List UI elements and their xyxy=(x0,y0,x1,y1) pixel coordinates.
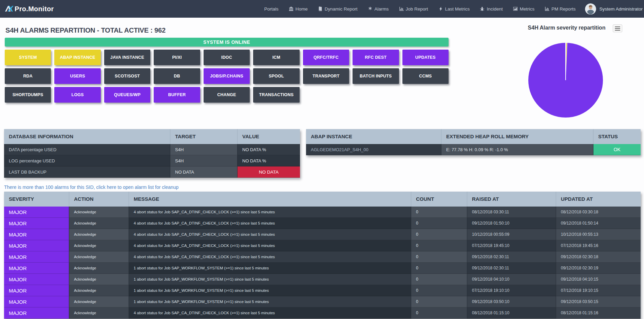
category-button-spool[interactable]: SPOOL xyxy=(253,68,299,84)
acknowledge-action[interactable]: Acknowledge xyxy=(69,307,129,319)
count-cell: 0 xyxy=(411,263,467,274)
category-button-change[interactable]: CHANGE xyxy=(204,87,250,103)
raised-at-cell: 08/12/2018 03:30:11 xyxy=(467,207,556,218)
message-cell: 4 abort status for Job SAP_CA_DTINF_CHEC… xyxy=(129,240,411,251)
alarm-row: MAJOR Acknowledge 4 abort status for Job… xyxy=(4,251,641,263)
updated-at-cell: 09/12/2018 04:10:15 xyxy=(556,274,641,285)
message-cell: 1 abort status for Job SAP_WORKFLOW_SYST… xyxy=(129,274,411,285)
raised-at-cell: 10/12/2018 00:55:09 xyxy=(467,229,556,240)
category-button-ccms[interactable]: CCMS xyxy=(402,68,449,84)
alarm-row: MAJOR Acknowledge 1 abort status for Job… xyxy=(4,263,641,274)
home-icon xyxy=(289,6,293,11)
raised-at-cell: 09/12/2018 04:10:10 xyxy=(467,274,556,285)
alarm-row: MAJOR Acknowledge 1 abort status for Job… xyxy=(4,285,641,296)
category-button-qrfc-trfc[interactable]: QRFC/TRFC xyxy=(303,50,349,65)
category-button-system[interactable]: SYSTEM xyxy=(5,50,51,65)
alarms-icon xyxy=(368,6,373,11)
nav-item-portals[interactable]: Portals xyxy=(264,6,279,12)
acknowledge-action[interactable]: Acknowledge xyxy=(69,296,129,307)
category-button-pi-xi[interactable]: PI/XI xyxy=(154,50,200,65)
category-button-batch-inputs[interactable]: BATCH INPUTS xyxy=(353,68,399,84)
db-target-cell: NO DATA xyxy=(170,166,238,178)
severity-cell: MAJOR xyxy=(4,229,69,240)
category-button-queues-wp[interactable]: QUEUES/WP xyxy=(104,87,150,103)
dashboard-page: ΛX Pro.Monitor Portals Home Dynamic Repo… xyxy=(0,0,644,319)
category-button-updates[interactable]: UPDATES xyxy=(402,50,449,65)
category-button-jobs-p-chains[interactable]: JOBS/P.CHAINS xyxy=(204,68,250,84)
system-status-banner: SYSTEM IS ONLINE xyxy=(5,38,449,47)
db-metric-cell: LAST DB BACKUP xyxy=(4,166,170,178)
chart-export-menu-icon[interactable] xyxy=(613,24,622,32)
db-metric-cell: DATA percentage USED xyxy=(4,144,170,155)
nav-item-incident[interactable]: Incident xyxy=(480,6,503,12)
category-button-transport[interactable]: TRANSPORT xyxy=(303,68,349,84)
updated-at-cell: 07/12/2018 19:10:15 xyxy=(556,285,641,296)
nav-item-alarms[interactable]: Alarms xyxy=(368,6,389,12)
category-button-logs[interactable]: LOGS xyxy=(54,87,100,103)
raised-at-cell: 09/12/2018 03:50:10 xyxy=(467,296,556,307)
category-button-rfc-dest[interactable]: RFC DEST xyxy=(353,50,399,65)
db-target-cell: S4H xyxy=(170,144,238,155)
nav-item-job-report[interactable]: Job Report xyxy=(399,6,428,12)
nav-item-metrics[interactable]: Metrics xyxy=(513,6,535,12)
acknowledge-action[interactable]: Acknowledge xyxy=(69,229,129,240)
count-cell: 0 xyxy=(411,229,467,240)
nav-item-pm-reports[interactable]: PM Reports xyxy=(545,6,575,12)
db-row: DATA percentage USED S4H NO DATA % xyxy=(4,144,300,155)
category-button-users[interactable]: USERS xyxy=(54,68,100,84)
acknowledge-action[interactable]: Acknowledge xyxy=(69,240,129,251)
acknowledge-action[interactable]: Acknowledge xyxy=(69,263,129,274)
metrics-icon xyxy=(513,6,518,11)
count-cell: 0 xyxy=(411,307,467,319)
category-button-icm[interactable]: ICM xyxy=(253,50,299,65)
alarm-row: MAJOR Acknowledge 4 abort status for Job… xyxy=(4,307,641,319)
database-info-body: DATA percentage USED S4H NO DATA % LOG p… xyxy=(4,144,300,178)
severity-cell: MAJOR xyxy=(4,263,69,274)
acknowledge-action[interactable]: Acknowledge xyxy=(69,218,129,229)
user-name: System Administrator xyxy=(599,6,643,12)
category-button-transactions[interactable]: TRANSACTIONS xyxy=(253,87,299,103)
abap-instance-header: ABAP INSTANCE EXTENDED HEAP ROLL MEMORY … xyxy=(306,129,641,144)
category-button-grid: SYSTEMABAP INSTANCEJAVA INSTANCEPI/XIIDO… xyxy=(5,50,449,103)
category-button-abap-instance[interactable]: ABAP INSTANCE xyxy=(54,50,100,65)
db-row: LAST DB BACKUP NO DATA NO DATA xyxy=(4,166,300,178)
acknowledge-action[interactable]: Acknowledge xyxy=(69,207,129,218)
alarm-row: MAJOR Acknowledge 1 abort status for Job… xyxy=(4,274,641,285)
updated-at-cell: 08/12/2018 03:30:18 xyxy=(556,207,641,218)
alarm-cleanup-link[interactable]: There is more than 100 alarms for this S… xyxy=(4,184,178,190)
nav-item-last-metrics[interactable]: Last Metrics xyxy=(438,6,470,12)
top-navbar: ΛX Pro.Monitor Portals Home Dynamic Repo… xyxy=(0,0,644,18)
db-value-cell: NO DATA xyxy=(238,166,300,178)
app-logo[interactable]: ΛX Pro.Monitor xyxy=(5,4,54,14)
category-button-db[interactable]: DB xyxy=(154,68,200,84)
alarms-table-body: MAJOR Acknowledge 4 abort status for Job… xyxy=(4,207,641,319)
acknowledge-action[interactable]: Acknowledge xyxy=(69,251,129,263)
db-value-cell: NO DATA % xyxy=(238,144,300,155)
severity-chart-title: S4H Alarm severity repartition xyxy=(523,25,611,31)
category-button-shortdumps[interactable]: SHORTDUMPS xyxy=(5,87,51,103)
alarm-row: MAJOR Acknowledge 4 abort status for Job… xyxy=(4,240,641,251)
raised-at-cell: 09/12/2018 01:50:10 xyxy=(467,218,556,229)
category-button-rda[interactable]: RDA xyxy=(5,68,51,84)
category-button-java-instance[interactable]: JAVA INSTANCE xyxy=(104,50,150,65)
count-cell: 0 xyxy=(411,296,467,307)
nav-item-dynamic-report[interactable]: Dynamic Report xyxy=(318,6,358,12)
count-cell: 0 xyxy=(411,274,467,285)
page-title: S4H ALARMS REPARTITION - TOTAL ACTIVE : … xyxy=(5,26,166,34)
category-button-idoc[interactable]: IDOC xyxy=(204,50,250,65)
acknowledge-action[interactable]: Acknowledge xyxy=(69,285,129,296)
updated-at-cell: 07/12/2018 19:45:16 xyxy=(556,240,641,251)
category-button-buffer[interactable]: BUFFER xyxy=(154,87,200,103)
last-metrics-icon xyxy=(438,6,443,11)
user-menu[interactable]: System Administrator xyxy=(585,3,643,15)
message-cell: 1 abort status for Job SAP_WORKFLOW_SYST… xyxy=(129,285,411,296)
severity-pie-chart xyxy=(528,42,604,118)
category-button-scot-sost[interactable]: SCOT/SOST xyxy=(104,68,150,84)
message-cell: 4 abort status for Job SAP_CA_DTINF_CHEC… xyxy=(129,207,411,218)
updated-at-cell: 08/12/2018 01:15:16 xyxy=(556,307,641,319)
db-target-cell: S4H xyxy=(170,155,238,166)
nav-item-home[interactable]: Home xyxy=(289,6,308,12)
count-cell: 0 xyxy=(411,240,467,251)
acknowledge-action[interactable]: Acknowledge xyxy=(69,274,129,285)
abap-status-badge: OK xyxy=(593,144,641,155)
